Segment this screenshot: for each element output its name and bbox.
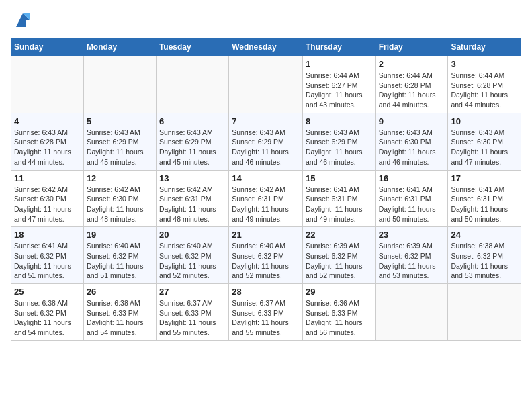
- day-number: 3: [451, 59, 518, 69]
- day-number: 25: [14, 287, 81, 297]
- calendar-day-18: 18Sunrise: 6:41 AM Sunset: 6:32 PM Dayli…: [11, 227, 84, 284]
- day-info: Sunrise: 6:40 AM Sunset: 6:32 PM Dayligh…: [232, 241, 300, 281]
- calendar-day-3: 3Sunrise: 6:44 AM Sunset: 6:28 PM Daylig…: [448, 56, 521, 113]
- day-info: Sunrise: 6:41 AM Sunset: 6:31 PM Dayligh…: [306, 185, 373, 224]
- calendar-day-22: 22Sunrise: 6:39 AM Sunset: 6:32 PM Dayli…: [302, 227, 375, 284]
- day-number: 15: [306, 173, 373, 183]
- day-number: 26: [87, 287, 153, 297]
- day-info: Sunrise: 6:38 AM Sunset: 6:32 PM Dayligh…: [14, 298, 81, 338]
- day-number: 11: [14, 173, 81, 183]
- day-number: 13: [159, 173, 226, 183]
- day-number: 12: [87, 173, 153, 183]
- day-number: 9: [379, 116, 445, 126]
- day-number: 23: [379, 230, 445, 240]
- day-info: Sunrise: 6:42 AM Sunset: 6:30 PM Dayligh…: [87, 185, 153, 224]
- day-number: 27: [159, 287, 226, 297]
- day-info: Sunrise: 6:39 AM Sunset: 6:32 PM Dayligh…: [306, 241, 373, 281]
- calendar-day-15: 15Sunrise: 6:41 AM Sunset: 6:31 PM Dayli…: [302, 170, 375, 227]
- calendar-day-19: 19Sunrise: 6:40 AM Sunset: 6:32 PM Dayli…: [83, 227, 156, 284]
- day-info: Sunrise: 6:43 AM Sunset: 6:29 PM Dayligh…: [159, 128, 226, 167]
- weekday-header-monday: Monday: [83, 38, 156, 56]
- day-info: Sunrise: 6:40 AM Sunset: 6:32 PM Dayligh…: [87, 241, 153, 281]
- day-number: 6: [159, 116, 226, 126]
- day-info: Sunrise: 6:43 AM Sunset: 6:28 PM Dayligh…: [14, 128, 81, 167]
- calendar-week-row: 11Sunrise: 6:42 AM Sunset: 6:30 PM Dayli…: [11, 170, 521, 227]
- day-number: 18: [14, 230, 81, 240]
- day-info: Sunrise: 6:36 AM Sunset: 6:33 PM Dayligh…: [306, 298, 373, 338]
- calendar-week-row: 18Sunrise: 6:41 AM Sunset: 6:32 PM Dayli…: [11, 227, 521, 284]
- day-info: Sunrise: 6:43 AM Sunset: 6:29 PM Dayligh…: [87, 128, 153, 167]
- day-number: 8: [306, 116, 373, 126]
- day-number: 2: [379, 59, 445, 69]
- calendar-empty-cell: [448, 284, 521, 341]
- calendar-day-27: 27Sunrise: 6:37 AM Sunset: 6:33 PM Dayli…: [156, 284, 228, 341]
- day-number: 17: [451, 173, 518, 183]
- calendar-day-13: 13Sunrise: 6:42 AM Sunset: 6:31 PM Dayli…: [156, 170, 228, 227]
- calendar-day-25: 25Sunrise: 6:38 AM Sunset: 6:32 PM Dayli…: [11, 284, 84, 341]
- calendar-week-row: 4Sunrise: 6:43 AM Sunset: 6:28 PM Daylig…: [11, 113, 521, 170]
- calendar-day-26: 26Sunrise: 6:38 AM Sunset: 6:33 PM Dayli…: [83, 284, 156, 341]
- day-info: Sunrise: 6:42 AM Sunset: 6:31 PM Dayligh…: [232, 185, 300, 224]
- day-info: Sunrise: 6:42 AM Sunset: 6:31 PM Dayligh…: [159, 185, 226, 224]
- weekday-header-friday: Friday: [375, 38, 448, 56]
- day-info: Sunrise: 6:43 AM Sunset: 6:30 PM Dayligh…: [379, 128, 445, 167]
- calendar-table: SundayMondayTuesdayWednesdayThursdayFrid…: [11, 38, 521, 341]
- day-number: 5: [87, 116, 153, 126]
- calendar-day-4: 4Sunrise: 6:43 AM Sunset: 6:28 PM Daylig…: [11, 113, 84, 170]
- calendar-week-row: 1Sunrise: 6:44 AM Sunset: 6:27 PM Daylig…: [11, 56, 521, 113]
- calendar-day-5: 5Sunrise: 6:43 AM Sunset: 6:29 PM Daylig…: [83, 113, 156, 170]
- day-number: 28: [232, 287, 300, 297]
- day-number: 7: [232, 116, 300, 126]
- day-number: 14: [232, 173, 300, 183]
- day-number: 16: [379, 173, 445, 183]
- day-info: Sunrise: 6:43 AM Sunset: 6:29 PM Dayligh…: [232, 128, 300, 167]
- day-info: Sunrise: 6:43 AM Sunset: 6:30 PM Dayligh…: [451, 128, 518, 167]
- weekday-header-saturday: Saturday: [448, 38, 521, 56]
- day-info: Sunrise: 6:43 AM Sunset: 6:29 PM Dayligh…: [306, 128, 373, 167]
- calendar-day-11: 11Sunrise: 6:42 AM Sunset: 6:30 PM Dayli…: [11, 170, 84, 227]
- logo-icon: [13, 11, 32, 30]
- calendar-empty-cell: [83, 56, 156, 113]
- calendar-day-9: 9Sunrise: 6:43 AM Sunset: 6:30 PM Daylig…: [375, 113, 448, 170]
- day-number: 24: [451, 230, 518, 240]
- day-info: Sunrise: 6:44 AM Sunset: 6:28 PM Dayligh…: [379, 71, 445, 110]
- calendar-day-16: 16Sunrise: 6:41 AM Sunset: 6:31 PM Dayli…: [375, 170, 448, 227]
- day-number: 20: [159, 230, 226, 240]
- day-info: Sunrise: 6:40 AM Sunset: 6:32 PM Dayligh…: [159, 241, 226, 281]
- calendar-empty-cell: [229, 56, 303, 113]
- day-info: Sunrise: 6:39 AM Sunset: 6:32 PM Dayligh…: [379, 241, 445, 281]
- calendar-day-2: 2Sunrise: 6:44 AM Sunset: 6:28 PM Daylig…: [375, 56, 448, 113]
- day-number: 1: [306, 59, 373, 69]
- calendar-day-23: 23Sunrise: 6:39 AM Sunset: 6:32 PM Dayli…: [375, 227, 448, 284]
- calendar-day-24: 24Sunrise: 6:38 AM Sunset: 6:32 PM Dayli…: [448, 227, 521, 284]
- weekday-header-thursday: Thursday: [302, 38, 375, 56]
- calendar-day-17: 17Sunrise: 6:41 AM Sunset: 6:31 PM Dayli…: [448, 170, 521, 227]
- calendar-day-20: 20Sunrise: 6:40 AM Sunset: 6:32 PM Dayli…: [156, 227, 228, 284]
- day-number: 22: [306, 230, 373, 240]
- day-info: Sunrise: 6:41 AM Sunset: 6:31 PM Dayligh…: [451, 185, 518, 224]
- day-info: Sunrise: 6:41 AM Sunset: 6:32 PM Dayligh…: [14, 241, 81, 281]
- calendar-empty-cell: [375, 284, 448, 341]
- weekday-header-sunday: Sunday: [11, 38, 84, 56]
- calendar-day-6: 6Sunrise: 6:43 AM Sunset: 6:29 PM Daylig…: [156, 113, 228, 170]
- day-info: Sunrise: 6:44 AM Sunset: 6:27 PM Dayligh…: [306, 71, 373, 110]
- calendar-day-8: 8Sunrise: 6:43 AM Sunset: 6:29 PM Daylig…: [302, 113, 375, 170]
- calendar-day-1: 1Sunrise: 6:44 AM Sunset: 6:27 PM Daylig…: [302, 56, 375, 113]
- calendar-day-7: 7Sunrise: 6:43 AM Sunset: 6:29 PM Daylig…: [229, 113, 303, 170]
- calendar-day-14: 14Sunrise: 6:42 AM Sunset: 6:31 PM Dayli…: [229, 170, 303, 227]
- day-number: 19: [87, 230, 153, 240]
- day-info: Sunrise: 6:42 AM Sunset: 6:30 PM Dayligh…: [14, 185, 81, 224]
- day-number: 10: [451, 116, 518, 126]
- day-number: 29: [306, 287, 373, 297]
- weekday-header-tuesday: Tuesday: [156, 38, 228, 56]
- weekday-header-row: SundayMondayTuesdayWednesdayThursdayFrid…: [11, 38, 521, 56]
- calendar-empty-cell: [11, 56, 84, 113]
- day-info: Sunrise: 6:41 AM Sunset: 6:31 PM Dayligh…: [379, 185, 445, 224]
- day-number: 21: [232, 230, 300, 240]
- day-info: Sunrise: 6:37 AM Sunset: 6:33 PM Dayligh…: [232, 298, 300, 338]
- day-info: Sunrise: 6:44 AM Sunset: 6:28 PM Dayligh…: [451, 71, 518, 110]
- day-info: Sunrise: 6:38 AM Sunset: 6:33 PM Dayligh…: [87, 298, 153, 338]
- page-header: [11, 11, 521, 30]
- calendar-day-21: 21Sunrise: 6:40 AM Sunset: 6:32 PM Dayli…: [229, 227, 303, 284]
- day-info: Sunrise: 6:38 AM Sunset: 6:32 PM Dayligh…: [451, 241, 518, 281]
